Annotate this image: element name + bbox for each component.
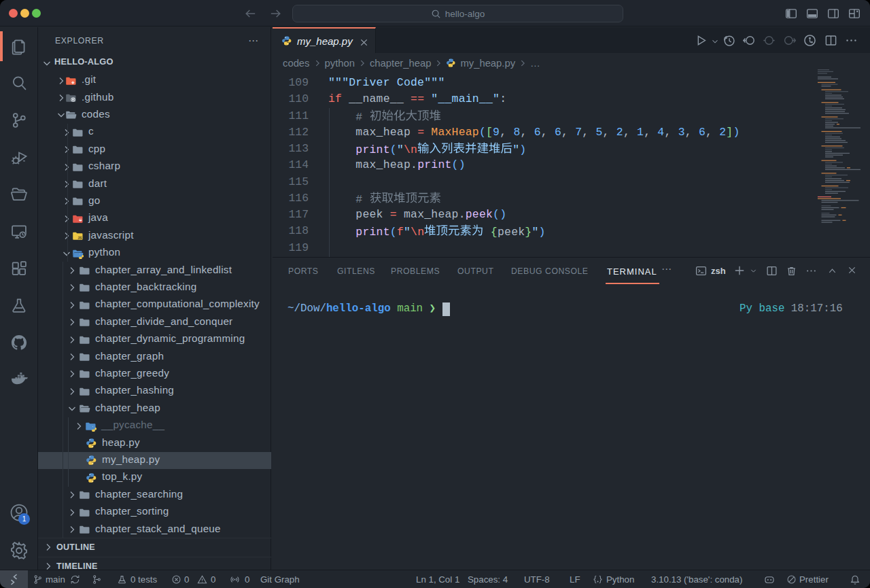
svg-text:JS: JS (78, 237, 82, 240)
